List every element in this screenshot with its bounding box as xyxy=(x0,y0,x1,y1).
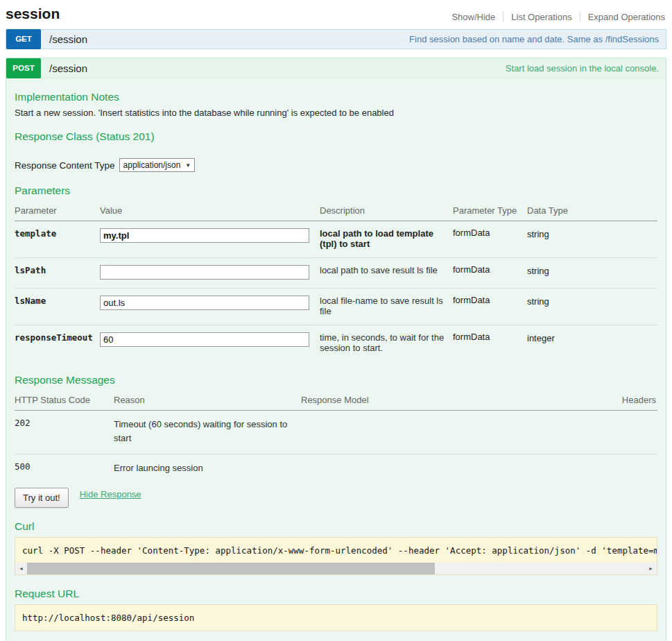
list-operations-link[interactable]: List Operations xyxy=(503,12,579,22)
response-model-cell xyxy=(301,411,595,454)
parameter-row-lsname: lsName local file-name to save result ls… xyxy=(15,289,657,325)
parameter-row-template: template local path to load template (tp… xyxy=(15,221,657,258)
response-message-row-202: 202 Timeout (60 seconds) waiting for ses… xyxy=(15,411,657,454)
parameter-type: formData xyxy=(453,325,527,362)
request-url-heading: Request URL xyxy=(15,588,657,600)
parameters-heading: Parameters xyxy=(15,185,657,197)
scroll-right-arrow-icon[interactable]: ► xyxy=(645,563,657,574)
parameter-type: formData xyxy=(453,289,527,325)
lspath-value-input[interactable] xyxy=(100,265,309,280)
status-reason: Error launcing session xyxy=(114,454,301,484)
request-url-box: http://localhost:8080/api/session xyxy=(15,604,657,631)
response-messages-table: HTTP Status Code Reason Response Model H… xyxy=(15,391,657,484)
swagger-api-page: session Show/Hide List Operations Expand… xyxy=(0,0,672,641)
parameter-name: lsPath xyxy=(15,258,100,289)
post-operation-path[interactable]: /session xyxy=(49,62,87,74)
parameters-table: Parameter Value Description Parameter Ty… xyxy=(15,201,657,361)
response-messages-heading: Response Messages xyxy=(15,374,657,386)
col-value: Value xyxy=(100,201,320,221)
col-data-type: Data Type xyxy=(527,201,657,221)
hide-response-link[interactable]: Hide Response xyxy=(80,489,141,499)
post-operation-block: POST /session Start load session in the … xyxy=(6,58,666,641)
response-content-type-select[interactable]: application/json ▼ xyxy=(119,158,196,172)
scrollbar-track[interactable] xyxy=(27,563,645,574)
headers-cell xyxy=(595,411,657,454)
col-http-status-code: HTTP Status Code xyxy=(15,391,114,411)
parameter-row-lspath: lsPath local path to save result ls file… xyxy=(15,258,657,289)
parameter-data-type: string xyxy=(527,289,657,325)
parameter-data-type: string xyxy=(527,258,657,289)
parameters-header-row: Parameter Value Description Parameter Ty… xyxy=(15,201,657,221)
curl-command: curl -X POST --header 'Content-Type: app… xyxy=(15,538,657,563)
post-operation-row[interactable]: POST /session Start load session in the … xyxy=(6,58,666,78)
response-class-heading: Response Class (Status 201) xyxy=(15,130,657,143)
get-method-badge[interactable]: GET xyxy=(6,29,41,49)
parameter-data-type: string xyxy=(527,221,657,258)
get-operation-path[interactable]: /session xyxy=(49,33,87,45)
expand-operations-link[interactable]: Expand Operations xyxy=(580,12,666,22)
implementation-notes-heading: Implementation Notes xyxy=(15,91,657,103)
parameter-description: local path to load template (tpl) to sta… xyxy=(320,221,453,258)
response-content-type-value: application/json xyxy=(123,160,181,170)
show-hide-link[interactable]: Show/Hide xyxy=(444,12,503,22)
scroll-left-arrow-icon[interactable]: ◄ xyxy=(15,563,27,574)
try-it-out-button[interactable]: Try it out! xyxy=(15,488,69,508)
scrollbar-thumb[interactable] xyxy=(27,563,435,574)
col-reason: Reason xyxy=(114,391,301,411)
responsetimeout-value-input[interactable] xyxy=(100,332,309,347)
resource-header: session Show/Hide List Operations Expand… xyxy=(6,4,666,26)
parameter-name: responseTimeout xyxy=(15,325,100,362)
col-headers: Headers xyxy=(595,391,657,411)
template-value-input[interactable] xyxy=(100,228,309,243)
parameter-type: formData xyxy=(453,221,527,258)
status-reason: Timeout (60 seconds) waiting for session… xyxy=(114,411,301,454)
status-code: 500 xyxy=(15,454,114,484)
parameter-data-type: integer xyxy=(527,325,657,362)
get-operation-summary: Find session based on name and date. Sam… xyxy=(409,34,659,44)
parameter-type: formData xyxy=(453,258,527,289)
headers-cell xyxy=(595,454,657,484)
response-content-type-label: Response Content Type xyxy=(15,160,115,171)
resource-toolbar: Show/Hide List Operations Expand Operati… xyxy=(444,12,666,22)
parameter-name: template xyxy=(15,221,100,258)
page-title: session xyxy=(6,6,60,22)
parameter-description: time, in seconds, to wait for the sessio… xyxy=(320,325,453,362)
parameter-description: local file-name to save result ls file xyxy=(320,289,453,325)
curl-box: curl -X POST --header 'Content-Type: app… xyxy=(15,537,657,575)
response-messages-header-row: HTTP Status Code Reason Response Model H… xyxy=(15,391,657,411)
post-method-badge[interactable]: POST xyxy=(6,58,41,78)
col-parameter-type: Parameter Type xyxy=(453,201,527,221)
lsname-value-input[interactable] xyxy=(100,296,309,310)
col-response-model: Response Model xyxy=(301,391,595,411)
col-description: Description xyxy=(320,201,453,221)
chevron-down-icon: ▼ xyxy=(185,162,191,169)
curl-heading: Curl xyxy=(15,520,657,533)
status-code: 202 xyxy=(15,411,114,454)
post-operation-content: Implementation Notes Start a new session… xyxy=(6,78,666,641)
response-content-type-row: Response Content Type application/json ▼ xyxy=(15,158,657,172)
parameter-row-responsetimeout: responseTimeout time, in seconds, to wai… xyxy=(15,325,657,362)
parameter-description: local path to save result ls file xyxy=(320,258,453,289)
post-operation-summary: Start load session in the local console. xyxy=(506,63,659,74)
get-operation-row[interactable]: GET /session Find session based on name … xyxy=(6,29,666,49)
implementation-notes-text: Start a new session. 'Insert statistics … xyxy=(15,108,657,118)
parameter-name: lsName xyxy=(15,289,100,325)
col-parameter: Parameter xyxy=(15,201,100,221)
curl-horizontal-scrollbar[interactable]: ◄ ► xyxy=(15,563,657,574)
operation-actions: Try it out! Hide Response xyxy=(15,488,657,508)
response-message-row-500: 500 Error launcing session xyxy=(15,454,657,484)
response-model-cell xyxy=(301,454,595,484)
